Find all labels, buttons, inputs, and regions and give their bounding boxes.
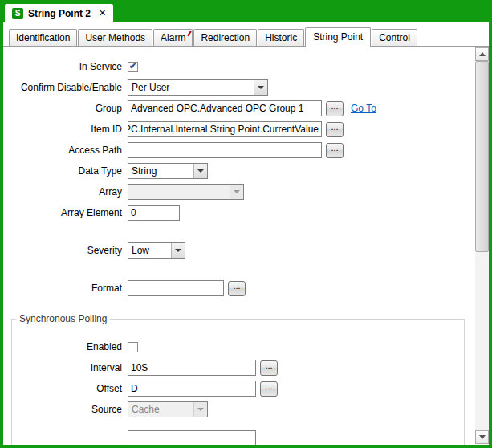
format-browse-button[interactable]: ... bbox=[228, 281, 246, 296]
access-path-input[interactable] bbox=[128, 142, 322, 158]
array-row: Array bbox=[3, 184, 475, 200]
synchronous-polling-title: Synchronous Polling bbox=[16, 313, 110, 324]
synchronous-polling-group: Synchronous Polling Enabled Interval ...… bbox=[11, 313, 465, 445]
scrollbar-thumb[interactable] bbox=[475, 61, 489, 252]
in-service-checkbox[interactable]: ✔ bbox=[128, 62, 138, 72]
item-id-label: Item ID bbox=[3, 124, 122, 135]
data-type-value: String bbox=[128, 164, 193, 178]
confirm-disable-label: Confirm Disable/Enable bbox=[3, 82, 122, 93]
access-path-row: Access Path ... bbox=[3, 142, 475, 158]
form-page: In Service ✔ Confirm Disable/Enable Per … bbox=[3, 47, 475, 445]
severity-row: Severity Low bbox=[3, 242, 475, 259]
scrollbar-track[interactable] bbox=[475, 61, 489, 430]
format-label: Format bbox=[3, 283, 122, 294]
enabled-row: Enabled bbox=[12, 339, 464, 355]
chevron-down-icon bbox=[171, 243, 185, 258]
down-arrow-icon bbox=[479, 435, 486, 439]
chevron-down-icon bbox=[193, 402, 207, 417]
scroll-up-button[interactable] bbox=[475, 47, 489, 61]
source-label: Source bbox=[12, 404, 122, 415]
group-input[interactable] bbox=[128, 100, 322, 116]
offset-browse-button[interactable]: ... bbox=[260, 381, 278, 397]
modified-indicator-icon bbox=[187, 31, 192, 36]
form-window: Identification User Methods Alarm Redire… bbox=[3, 22, 489, 445]
confirm-disable-row: Confirm Disable/Enable Per User bbox=[3, 79, 475, 96]
tab-label: Alarm bbox=[161, 32, 185, 43]
group-label: Group bbox=[3, 103, 122, 114]
partial-input[interactable] bbox=[128, 430, 256, 445]
enabled-checkbox[interactable] bbox=[128, 342, 138, 352]
array-label: Array bbox=[3, 186, 122, 198]
scroll-down-button[interactable] bbox=[475, 430, 489, 444]
string-point-icon: S bbox=[12, 8, 23, 19]
data-type-row: Data Type String bbox=[3, 163, 475, 179]
chevron-down-icon bbox=[230, 185, 243, 199]
offset-input[interactable] bbox=[128, 381, 256, 397]
array-element-row: Array Element bbox=[3, 205, 475, 221]
window: S String Point 2 ✕ Identification User M… bbox=[0, 0, 492, 448]
chevron-down-icon bbox=[193, 164, 207, 178]
interval-input[interactable] bbox=[128, 360, 256, 376]
format-input[interactable] bbox=[128, 280, 224, 296]
tab-redirection[interactable]: Redirection bbox=[193, 29, 257, 46]
close-icon[interactable]: ✕ bbox=[99, 8, 106, 18]
group-browse-button[interactable]: ... bbox=[326, 101, 344, 116]
tab-control[interactable]: Control bbox=[372, 29, 417, 46]
source-select: Cache bbox=[128, 401, 208, 417]
document-title: String Point 2 bbox=[28, 8, 91, 19]
item-id-input[interactable]: ced OPC.Internal.Internal String Point.C… bbox=[128, 121, 322, 137]
data-type-select[interactable]: String bbox=[128, 163, 208, 179]
access-path-label: Access Path bbox=[3, 145, 122, 156]
tab-identification[interactable]: Identification bbox=[9, 29, 77, 46]
array-element-label: Array Element bbox=[3, 207, 122, 218]
in-service-row: In Service ✔ bbox=[3, 59, 475, 75]
access-path-browse-button[interactable]: ... bbox=[326, 143, 344, 158]
enabled-label: Enabled bbox=[12, 341, 122, 352]
interval-row: Interval ... bbox=[12, 360, 464, 376]
chevron-down-icon bbox=[254, 80, 267, 95]
item-id-browse-button[interactable]: ... bbox=[326, 122, 344, 137]
tab-historic[interactable]: Historic bbox=[258, 29, 304, 46]
format-row: Format ... bbox=[3, 280, 475, 296]
partial-row bbox=[12, 430, 464, 445]
tab-alarm[interactable]: Alarm bbox=[153, 29, 193, 46]
data-type-label: Data Type bbox=[3, 165, 122, 177]
group-row: Group ... Go To bbox=[3, 100, 475, 116]
source-row: Source Cache bbox=[12, 401, 464, 417]
in-service-label: In Service bbox=[3, 61, 122, 72]
severity-label: Severity bbox=[3, 245, 122, 256]
interval-browse-button[interactable]: ... bbox=[260, 360, 278, 376]
tab-strip: Identification User Methods Alarm Redire… bbox=[3, 22, 489, 47]
confirm-disable-value: Per User bbox=[128, 80, 254, 95]
array-select bbox=[128, 184, 244, 200]
check-icon: ✔ bbox=[129, 62, 136, 71]
document-tab[interactable]: S String Point 2 ✕ bbox=[5, 4, 113, 22]
array-element-input[interactable] bbox=[128, 205, 180, 221]
severity-value: Low bbox=[128, 243, 171, 258]
offset-label: Offset bbox=[12, 383, 122, 394]
tab-user-methods[interactable]: User Methods bbox=[78, 29, 152, 46]
up-arrow-icon bbox=[479, 52, 486, 56]
source-value: Cache bbox=[128, 402, 193, 417]
offset-row: Offset ... bbox=[12, 381, 464, 397]
titlebar: S String Point 2 ✕ bbox=[0, 0, 492, 22]
severity-select[interactable]: Low bbox=[128, 242, 185, 259]
tab-string-point[interactable]: String Point bbox=[305, 27, 371, 47]
array-value bbox=[128, 185, 230, 199]
confirm-disable-select[interactable]: Per User bbox=[128, 79, 268, 96]
interval-label: Interval bbox=[12, 362, 122, 373]
vertical-scrollbar[interactable] bbox=[475, 47, 489, 444]
group-goto-link[interactable]: Go To bbox=[351, 103, 376, 114]
item-id-row: Item ID ced OPC.Internal.Internal String… bbox=[3, 121, 475, 137]
